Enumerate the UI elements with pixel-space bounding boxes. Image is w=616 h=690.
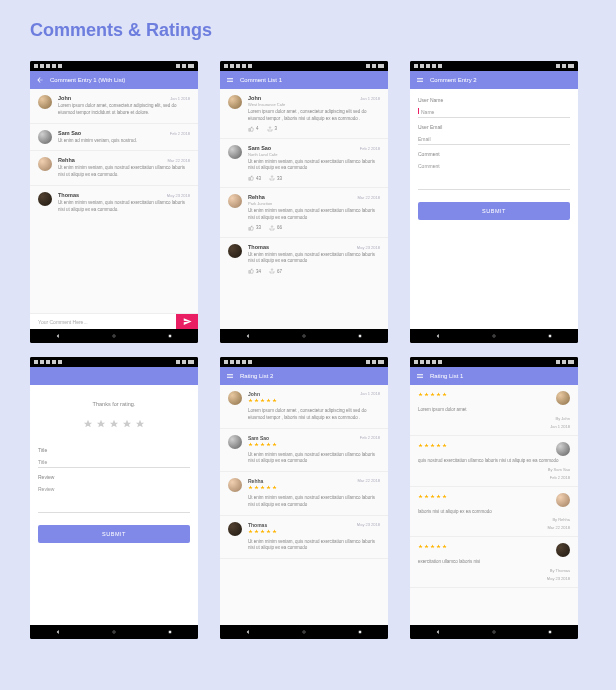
label-comment: Comment: [418, 151, 570, 157]
comment-input[interactable]: Your Comment Here...: [30, 319, 176, 325]
share-button[interactable]: 3: [267, 126, 278, 132]
screen-rating-entry: Thanks for rating. Title Title Review Re…: [30, 357, 198, 639]
app-bar: [30, 367, 198, 385]
screen-body: JohnJan 1 2018 Lorem ipsum dolor amet, c…: [30, 89, 198, 329]
app-bar: Comment List 1: [220, 71, 388, 89]
avatar: [228, 244, 242, 258]
comment-row[interactable]: Sam SaoFeb 2 2018 Ut enim ad minim venia…: [30, 124, 198, 152]
rating-date: May 23 2018: [357, 522, 380, 527]
email-input[interactable]: Email: [418, 134, 570, 145]
status-bar: [410, 61, 578, 71]
nav-recent-icon[interactable]: [167, 629, 173, 635]
rating-row[interactable]: Sam Sao Feb 2 2018 Ut enim minim veniam,…: [220, 429, 388, 473]
rating-date: Mar 22 2018: [358, 478, 380, 483]
submit-button[interactable]: SUBMIT: [418, 202, 570, 220]
rating-row[interactable]: quis nostrud exercitation ullamco labori…: [410, 436, 578, 487]
rating-byline: By John: [556, 416, 570, 421]
rating-text: Ut enim minim veniam, quis nostrud exerc…: [248, 452, 380, 466]
name-input[interactable]: Name: [418, 107, 570, 118]
screen-body: Lorem ipsum dolor amet By John Jan 1 201…: [410, 385, 578, 625]
avatar: [228, 478, 242, 492]
svg-rect-3: [359, 335, 362, 338]
back-arrow-icon[interactable]: [36, 76, 44, 84]
rating-name: Thomas: [248, 522, 277, 528]
rating-name: Rehha: [248, 478, 277, 484]
nav-bar: [30, 329, 198, 343]
rating-row[interactable]: Thomas May 23 2018 Ut enim minim veniam,…: [220, 516, 388, 560]
nav-recent-icon[interactable]: [547, 333, 553, 339]
comment-row[interactable]: RehhaMar 22 2018 Park Junction Ut enim m…: [220, 188, 388, 238]
menu-icon[interactable]: [226, 372, 234, 380]
menu-icon[interactable]: [226, 76, 234, 84]
title-input[interactable]: Title: [38, 457, 190, 468]
menu-icon[interactable]: [416, 372, 424, 380]
like-button[interactable]: 43: [248, 175, 261, 181]
comment-text: Lorem ipsum dolor amet, consectetur adip…: [58, 103, 190, 117]
nav-back-icon[interactable]: [55, 629, 61, 635]
comment-name: Sam Sao: [248, 145, 271, 151]
svg-rect-7: [169, 631, 172, 634]
share-button[interactable]: 67: [269, 268, 282, 274]
nav-back-icon[interactable]: [435, 629, 441, 635]
like-button[interactable]: 34: [248, 268, 261, 274]
rating-row[interactable]: laboris nisi ut aliquip ex ea commodo By…: [410, 487, 578, 538]
nav-home-icon[interactable]: [491, 333, 497, 339]
nav-recent-icon[interactable]: [167, 333, 173, 339]
like-button[interactable]: 33: [248, 225, 261, 231]
comment-row[interactable]: ThomasMay 23 2018 Ut enim minim veniam, …: [220, 238, 388, 281]
nav-back-icon[interactable]: [435, 333, 441, 339]
nav-recent-icon[interactable]: [357, 629, 363, 635]
share-button[interactable]: 66: [269, 225, 282, 231]
comment-row[interactable]: Sam SaoFeb 2 2018 North Land Cafe Ut eni…: [220, 139, 388, 189]
svg-rect-9: [359, 631, 362, 634]
send-button[interactable]: [176, 314, 198, 330]
menu-icon[interactable]: [416, 76, 424, 84]
nav-home-icon[interactable]: [111, 333, 117, 339]
svg-point-8: [303, 631, 306, 634]
comment-name: Rehha: [248, 194, 265, 200]
comment-row[interactable]: RehhaMar 22 2018 Ut enim minim veniam, q…: [30, 151, 198, 186]
rating-row[interactable]: Rehha Mar 22 2018 Ut enim minim veniam, …: [220, 472, 388, 516]
avatar: [228, 435, 242, 449]
nav-home-icon[interactable]: [111, 629, 117, 635]
nav-recent-icon[interactable]: [357, 333, 363, 339]
comment-date: Jan 1 2018: [360, 96, 380, 101]
comment-name: John: [58, 95, 71, 101]
status-bar: [220, 357, 388, 367]
nav-recent-icon[interactable]: [547, 629, 553, 635]
comment-text: Lorem ipsum dolor amet , consectetur adi…: [248, 109, 380, 123]
thanks-text: Thanks for rating.: [30, 385, 198, 415]
comment-text: Ut enim minim veniam, quis nostrud exerc…: [248, 252, 380, 266]
rating-name: Sam Sao: [248, 435, 277, 441]
nav-home-icon[interactable]: [301, 333, 307, 339]
label-title: Title: [38, 447, 190, 453]
nav-back-icon[interactable]: [55, 333, 61, 339]
nav-home-icon[interactable]: [491, 629, 497, 635]
rating-row[interactable]: John Jan 1 2018 Lorem ipsum dolor amet ,…: [220, 385, 388, 429]
comment-date: Mar 22 2018: [168, 158, 190, 163]
nav-home-icon[interactable]: [301, 629, 307, 635]
star-rating-input[interactable]: [30, 415, 198, 439]
submit-button[interactable]: SUBMIT: [38, 525, 190, 543]
nav-back-icon[interactable]: [245, 629, 251, 635]
status-bar: [220, 61, 388, 71]
comment-row[interactable]: ThomasMay 23 2018 Ut enim minim veniam, …: [30, 186, 198, 220]
status-bar: [410, 357, 578, 367]
comment-text: Ut enim minim veniam, quis nostrud exerc…: [248, 159, 380, 173]
share-button[interactable]: 33: [269, 175, 282, 181]
comment-row[interactable]: JohnJan 1 2018 Lorem ipsum dolor amet, c…: [30, 89, 198, 124]
comment-text: Ut enim ad minim veniam, quis nostrud.: [58, 138, 190, 145]
comment-input[interactable]: Comment: [418, 161, 570, 190]
app-bar-title: Rating List 2: [240, 373, 382, 379]
rating-row[interactable]: Lorem ipsum dolor amet By John Jan 1 201…: [410, 385, 578, 436]
screens-grid: Comment Entry 1 (With List) JohnJan 1 20…: [30, 61, 586, 639]
rating-row[interactable]: exercitation ullamco laboris nisi By Tho…: [410, 537, 578, 588]
app-bar: Rating List 1: [410, 367, 578, 385]
nav-back-icon[interactable]: [245, 333, 251, 339]
like-button[interactable]: 4: [248, 126, 259, 132]
comment-row[interactable]: JohnJan 1 2018 West Insurance Cafe Lorem…: [220, 89, 388, 139]
review-input[interactable]: Review: [38, 484, 190, 513]
rating-text: Ut enim minim veniam, quis nostrud exerc…: [248, 495, 380, 509]
svg-point-10: [493, 631, 496, 634]
screen-body: JohnJan 1 2018 West Insurance Cafe Lorem…: [220, 89, 388, 329]
